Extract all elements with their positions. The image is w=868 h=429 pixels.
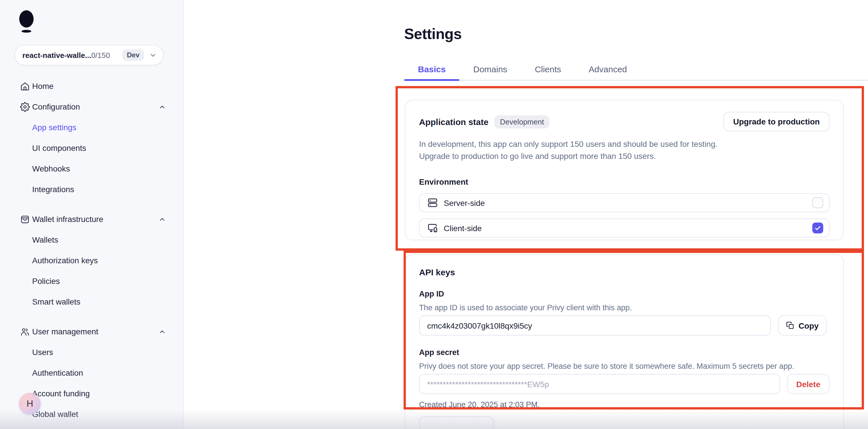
app-secret-input[interactable] (419, 374, 780, 394)
sidebar-item-label: Home (32, 81, 54, 91)
sidebar-item-label: User management (32, 327, 98, 336)
page-title: Settings (404, 25, 462, 43)
secret-created-timestamp: Created June 20, 2025 at 2:03 PM. (419, 400, 830, 409)
chevron-up-icon (158, 103, 166, 110)
application-state-heading: Application state (419, 117, 489, 127)
sidebar: react-native-walle... 0/150 Dev Home Con… (0, 0, 184, 429)
sidebar-item-label: Wallet infrastructure (32, 214, 103, 224)
privy-dashboard: react-native-walle... 0/150 Dev Home Con… (0, 0, 868, 429)
application-state-description: In development, this app can only suppor… (419, 138, 729, 162)
sidebar-item-app-settings[interactable]: App settings (0, 117, 183, 138)
environment-label: Environment (419, 177, 830, 187)
sidebar-item-label: Policies (32, 276, 60, 286)
main-content: Settings Basics Domains Clients Advanced… (184, 0, 868, 429)
partially-visible-button[interactable] (419, 417, 494, 429)
copy-icon (786, 321, 795, 330)
sidebar-item-label: Users (32, 348, 53, 357)
sidebar-item-label: Smart wallets (32, 297, 81, 306)
tab-basics[interactable]: Basics (404, 59, 460, 80)
api-keys-heading: API keys (419, 267, 830, 277)
app-selector-name: react-native-walle... (22, 51, 91, 59)
users-icon (20, 327, 30, 336)
development-badge: Development (494, 115, 550, 128)
sidebar-item-label: Webhooks (32, 164, 70, 173)
sidebar-item-label: Global wallet (32, 409, 78, 419)
environment-option-client-side[interactable]: Client-side (419, 219, 830, 237)
sidebar-item-integrations[interactable]: Integrations (0, 179, 183, 200)
screenshot-stage: react-native-walle... 0/150 Dev Home Con… (0, 0, 868, 429)
sidebar-item-policies[interactable]: Policies (0, 271, 183, 291)
sidebar-item-authentication[interactable]: Authentication (0, 362, 183, 383)
home-icon (20, 81, 30, 91)
environment-option-label: Server-side (444, 198, 485, 207)
monitor-smartphone-icon (427, 223, 438, 233)
nav-section-gap (0, 312, 183, 321)
sidebar-nav: Home Configuration App settings UI compo… (0, 76, 183, 424)
environment-option-label: Client-side (444, 223, 482, 233)
sidebar-item-ui-components[interactable]: UI components (0, 138, 183, 158)
application-state-card: Application state Development Upgrade to… (405, 100, 844, 240)
sidebar-item-label: Authentication (32, 368, 83, 377)
sidebar-item-authorization-keys[interactable]: Authorization keys (0, 250, 183, 271)
app-env-badge: Dev (122, 49, 144, 61)
tab-clients[interactable]: Clients (521, 59, 575, 80)
sidebar-item-label: Authorization keys (32, 256, 98, 265)
user-avatar[interactable]: H (19, 393, 41, 415)
chevron-down-icon (149, 51, 157, 59)
privy-logo-icon (14, 9, 41, 36)
app-selector[interactable]: react-native-walle... 0/150 Dev (14, 45, 164, 65)
sidebar-item-wallets[interactable]: Wallets (0, 229, 183, 250)
app-secret-description: Privy does not store your app secret. Pl… (419, 362, 830, 370)
upgrade-to-production-button[interactable]: Upgrade to production (723, 112, 830, 131)
copy-button-label: Copy (799, 321, 818, 330)
sidebar-item-label: Integrations (32, 185, 74, 194)
gear-icon (20, 102, 30, 111)
settings-tabs: Basics Domains Clients Advanced (404, 59, 868, 81)
app-id-input[interactable] (419, 316, 771, 335)
chevron-up-icon (158, 328, 166, 335)
sidebar-item-home[interactable]: Home (0, 76, 183, 96)
tab-advanced[interactable]: Advanced (575, 59, 641, 80)
sidebar-item-label: Wallets (32, 235, 58, 244)
sidebar-item-configuration[interactable]: Configuration (0, 96, 183, 117)
sidebar-item-label: Configuration (32, 102, 80, 111)
api-keys-card: API keys App ID The app ID is used to as… (405, 254, 844, 429)
sidebar-item-label: App settings (32, 123, 76, 132)
sidebar-item-wallet-infrastructure[interactable]: Wallet infrastructure (0, 209, 183, 229)
sidebar-item-webhooks[interactable]: Webhooks (0, 158, 183, 179)
sidebar-item-label: UI components (32, 143, 86, 153)
sidebar-item-user-management[interactable]: User management (0, 321, 183, 342)
app-id-description: The app ID is used to associate your Pri… (419, 303, 830, 312)
app-id-label: App ID (419, 290, 830, 298)
sidebar-item-label: Account funding (32, 389, 90, 398)
app-selector-user-count: 0/150 (91, 51, 110, 59)
server-side-checkbox[interactable] (812, 197, 823, 208)
avatar-initial: H (26, 399, 33, 409)
server-icon (427, 197, 438, 208)
copy-app-id-button[interactable]: Copy (778, 316, 827, 335)
delete-secret-button[interactable]: Delete (787, 374, 830, 394)
tab-domains[interactable]: Domains (460, 59, 521, 80)
wallet-icon (20, 214, 30, 224)
chevron-up-icon (158, 216, 166, 223)
app-secret-label: App secret (419, 348, 830, 357)
client-side-checkbox[interactable] (812, 223, 823, 233)
sidebar-item-smart-wallets[interactable]: Smart wallets (0, 291, 183, 312)
nav-section-gap (0, 200, 183, 209)
sidebar-item-users[interactable]: Users (0, 342, 183, 362)
environment-option-server-side[interactable]: Server-side (419, 193, 830, 212)
